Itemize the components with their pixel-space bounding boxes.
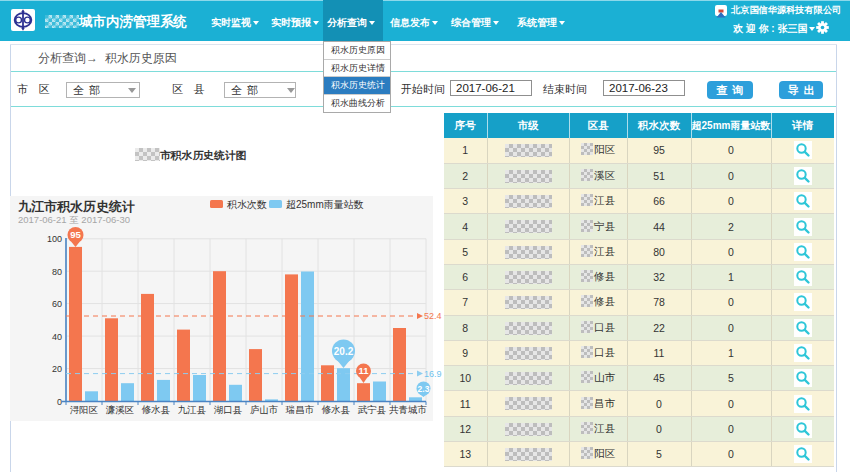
- svg-text:共青城市: 共青城市: [389, 404, 428, 415]
- svg-text:庐山市: 庐山市: [250, 404, 279, 415]
- svg-text:九江市积水历史统计: 九江市积水历史统计: [17, 199, 135, 214]
- svg-text:0: 0: [57, 397, 62, 407]
- svg-text:60: 60: [52, 299, 62, 309]
- svg-text:11: 11: [358, 365, 369, 376]
- svg-text:100: 100: [47, 234, 62, 244]
- svg-text:浔阳区: 浔阳区: [70, 404, 99, 415]
- svg-text:积水次数: 积水次数: [226, 199, 267, 210]
- svg-text:武宁县: 武宁县: [358, 404, 387, 415]
- svg-text:52.4: 52.4: [424, 311, 442, 321]
- svg-text:瑞昌市: 瑞昌市: [285, 404, 315, 415]
- svg-text:40: 40: [52, 332, 62, 342]
- svg-text:濂溪区: 濂溪区: [106, 404, 135, 415]
- svg-text:2017-06-21 至 2017-06-30: 2017-06-21 至 2017-06-30: [18, 214, 130, 225]
- svg-text:九江县: 九江县: [178, 404, 207, 415]
- svg-text:16.9: 16.9: [424, 369, 442, 379]
- svg-text:20.2: 20.2: [334, 346, 354, 357]
- svg-text:95: 95: [70, 229, 81, 240]
- svg-text:超25mm雨量站数: 超25mm雨量站数: [286, 199, 364, 210]
- svg-text:修水县: 修水县: [141, 404, 171, 415]
- svg-text:2.3: 2.3: [418, 384, 430, 394]
- svg-text:80: 80: [52, 267, 62, 277]
- svg-text:20: 20: [52, 364, 62, 374]
- svg-text:湖口县: 湖口县: [214, 404, 243, 415]
- svg-text:修水县: 修水县: [321, 404, 351, 415]
